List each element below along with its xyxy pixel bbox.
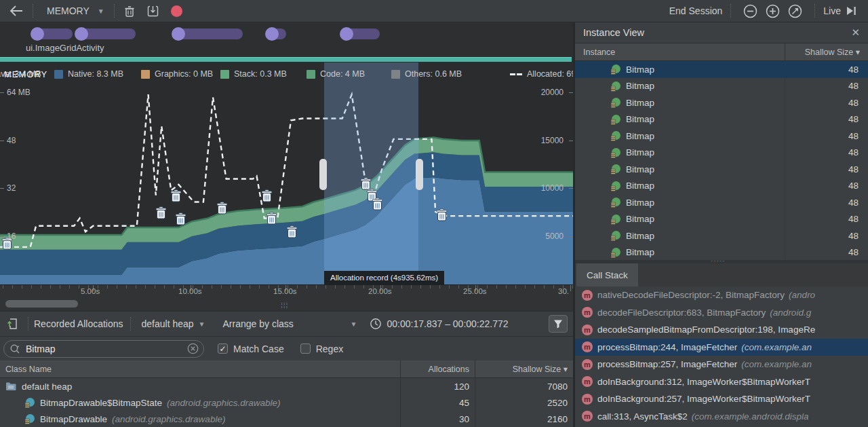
instance-row[interactable]: Bitmap48 — [575, 211, 868, 228]
search-input[interactable] — [23, 344, 187, 354]
memory-chart[interactable]: 64 MB4832162000015000100005000 Java: 3.4… — [0, 62, 573, 284]
time-axis-minor-tick — [411, 285, 412, 289]
table-row[interactable]: BitmapDrawable(android.graphics.drawable… — [0, 411, 573, 427]
call-stack-frame[interactable]: mdoInBackground:312, ImageWorker$BitmapW… — [575, 373, 868, 391]
chart-scrollbar[interactable]: ⁞⁞⁞ — [0, 297, 573, 311]
close-icon[interactable]: ✕ — [851, 26, 860, 39]
column-header-instance-size[interactable]: Shallow Size ▾ — [785, 43, 868, 60]
call-stack-frame[interactable]: mdecodeFileDescriptor:683, BitmapFactory… — [575, 304, 868, 322]
selection-handle-left[interactable] — [319, 159, 327, 190]
selection-handle-right[interactable] — [416, 159, 423, 190]
recorded-allocations-title: Recorded Allocations — [34, 318, 123, 329]
instance-row[interactable]: Bitmap48 — [575, 78, 868, 95]
record-indicator[interactable] — [167, 2, 186, 20]
gc-event-icon — [436, 208, 448, 221]
match-case-checkbox[interactable]: ✓ — [218, 344, 228, 354]
time-axis-minor-tick — [553, 285, 554, 289]
separator — [814, 4, 815, 18]
splitter-grip[interactable]: ⁞⁞⁞ — [281, 302, 288, 310]
back-button[interactable] — [5, 2, 27, 20]
call-stack-frame[interactable]: mcall:313, AsyncTask$2(com.example.andro… — [575, 408, 868, 426]
call-stack-frame[interactable]: mnativeDecodeFileDescriptor:-2, BitmapFa… — [575, 286, 868, 304]
time-axis-minor-tick — [525, 285, 526, 289]
search-box[interactable] — [3, 340, 204, 358]
instance-row[interactable]: Bitmap48 — [575, 94, 868, 111]
save-heap-dump-button[interactable] — [143, 2, 163, 20]
filter-button[interactable] — [549, 315, 568, 333]
arrange-dropdown-label: Arrange by class — [223, 318, 294, 329]
arrange-dropdown[interactable]: Arrange by class ▼ — [219, 315, 361, 333]
legend-item: Stack: 0.3 MB — [220, 69, 287, 79]
go-live-button[interactable] — [841, 2, 861, 20]
activity-pill[interactable] — [341, 29, 380, 39]
time-axis-minor-tick — [60, 285, 60, 289]
chart-selection-region[interactable] — [324, 62, 418, 284]
trash-button[interactable] — [120, 2, 139, 20]
instance-row[interactable]: Bitmap48 — [575, 111, 868, 128]
time-axis-minor-tick — [12, 285, 13, 289]
instance-row[interactable]: Bitmap48 — [575, 194, 868, 211]
clear-search-icon[interactable] — [187, 343, 199, 354]
instance-row[interactable]: Bitmap48 — [575, 161, 868, 178]
call-stack-frame[interactable]: mdoInBackground:257, ImageWorker$BitmapW… — [575, 390, 868, 408]
heap-dropdown[interactable]: default heap ▼ — [138, 315, 210, 333]
column-divider — [785, 111, 785, 128]
reset-zoom-button[interactable] — [784, 2, 806, 20]
time-axis-minor-tick — [240, 285, 241, 289]
column-header-instance[interactable]: Instance — [575, 43, 785, 60]
left-axis-tick — [0, 236, 4, 237]
time-axis-minor-tick — [69, 285, 70, 289]
column-header-class-name[interactable]: Class Name — [0, 360, 400, 377]
time-axis-minor-tick — [231, 285, 231, 289]
export-button[interactable] — [3, 315, 22, 333]
instance-row[interactable]: Bitmap48 — [575, 227, 868, 244]
time-axis-label: 5.00s — [81, 287, 100, 295]
match-case-label: Match Case — [233, 344, 284, 354]
end-session-button[interactable]: End Session — [669, 5, 723, 16]
instance-row[interactable]: Bitmap48 — [575, 145, 868, 162]
activity-pill[interactable] — [267, 29, 286, 39]
method-icon: m — [582, 307, 593, 318]
memory-profiler-window: MEMORY ▼ End Session — [0, 0, 868, 427]
allocations-cell: 120 — [400, 378, 475, 394]
shallow-size-cell: 2160 — [475, 411, 573, 427]
activity-timeline-strip[interactable]: ui.ImageGridActivity — [0, 22, 573, 62]
time-axis-minor-tick — [145, 285, 146, 289]
time-axis-minor-tick — [316, 285, 317, 289]
scrollbar-thumb[interactable] — [5, 300, 78, 308]
legend-item: Native: 8.3 MB — [54, 69, 123, 79]
instance-row[interactable]: Bitmap48 — [575, 61, 868, 78]
column-header-allocations[interactable]: Allocations — [400, 360, 475, 377]
call-stack-frame[interactable]: mprocessBitmap:257, ImageFetcher(com.exa… — [575, 356, 868, 373]
table-row[interactable]: BitmapDrawable$BitmapState(android.graph… — [0, 394, 573, 411]
gc-event-icon — [175, 212, 186, 225]
instance-row[interactable]: Bitmap48 — [575, 128, 868, 145]
gc-event-icon — [261, 189, 273, 202]
class-name-cell: BitmapDrawable$BitmapState(android.graph… — [0, 394, 400, 411]
profiler-type-dropdown[interactable]: MEMORY ▼ — [43, 2, 108, 20]
regex-checkbox[interactable] — [300, 344, 311, 354]
zoom-in-button[interactable] — [762, 2, 784, 20]
instance-size: 48 — [848, 81, 859, 91]
time-axis-minor-tick — [174, 285, 174, 289]
package-label: (android.graphics.drawable) — [112, 414, 225, 424]
call-stack-frame[interactable]: mprocessBitmap:244, ImageFetcher(com.exa… — [575, 339, 868, 356]
instance-row[interactable]: Bitmap48 — [575, 178, 868, 195]
frame-label: decodeSampledBitmapFromDescriptor:198, I… — [597, 324, 815, 335]
call-stack-frame[interactable]: mdecodeSampledBitmapFromDescriptor:198, … — [575, 321, 868, 339]
activity-pill[interactable] — [76, 29, 136, 39]
column-header-shallow-size[interactable]: Shallow Size ▾ — [475, 360, 573, 377]
activity-pill[interactable] — [173, 29, 243, 39]
table-row[interactable]: default heap1207080 — [0, 378, 573, 394]
instance-size: 48 — [848, 198, 859, 208]
instance-icon — [610, 97, 626, 108]
column-divider — [785, 227, 785, 244]
left-axis-tick — [0, 92, 4, 93]
activity-pill[interactable] — [32, 29, 73, 39]
chevron-down-icon: ▼ — [351, 320, 357, 328]
zoom-out-button[interactable] — [739, 2, 762, 20]
shallow-size-cell: 7080 — [475, 378, 573, 394]
class-name-label: BitmapDrawable — [40, 414, 107, 424]
tab-call-stack[interactable]: Call Stack — [576, 263, 638, 286]
time-axis-minor-tick — [458, 285, 459, 289]
